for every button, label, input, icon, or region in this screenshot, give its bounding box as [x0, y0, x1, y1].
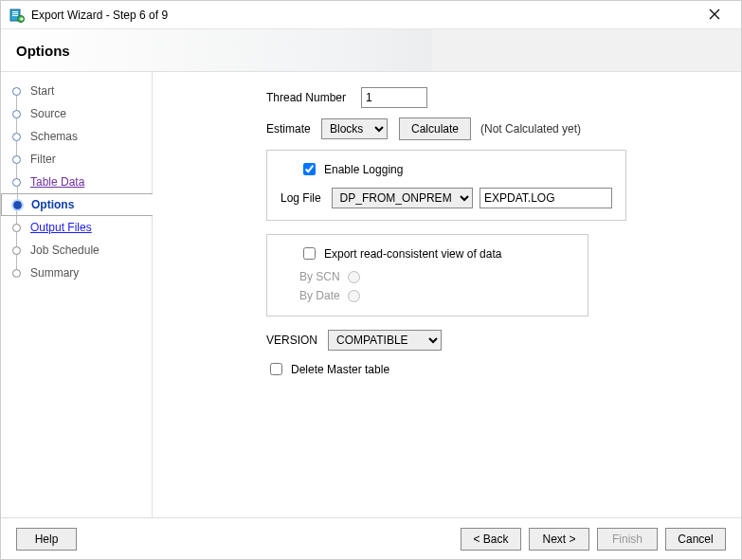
- calculate-button[interactable]: Calculate: [399, 117, 471, 140]
- page-title: Options: [16, 43, 70, 59]
- logging-group: Enable Logging Log File DP_FROM_ONPREM: [266, 150, 626, 221]
- flashback-group: Export read-consistent view of data By S…: [266, 234, 588, 316]
- step-node-icon: [12, 246, 21, 255]
- svg-rect-1: [12, 11, 18, 12]
- step-source: Source: [1, 102, 152, 125]
- step-job-schedule: Job Schedule: [1, 239, 152, 262]
- close-icon: [709, 9, 720, 20]
- version-select[interactable]: COMPATIBLE: [328, 330, 442, 351]
- step-label: Summary: [30, 266, 79, 280]
- step-label: Schemas: [30, 130, 78, 143]
- step-label: Source: [30, 107, 66, 120]
- step-output-files[interactable]: Output Files: [1, 216, 152, 239]
- step-node-icon: [12, 178, 21, 187]
- wizard-footer: Help < Back Next > Finish Cancel: [1, 517, 741, 559]
- estimate-label: Estimate: [266, 122, 321, 135]
- export-icon: [9, 7, 26, 24]
- titlebar: Export Wizard - Step 6 of 9: [1, 1, 741, 29]
- next-button[interactable]: Next >: [529, 528, 589, 551]
- step-node-icon: [12, 269, 21, 278]
- step-node-icon: [13, 201, 22, 209]
- export-wizard-window: Export Wizard - Step 6 of 9 Options Star…: [0, 0, 742, 560]
- by-date-radio: [348, 290, 360, 302]
- calculate-hint: (Not Calculated yet): [480, 122, 581, 135]
- step-node-icon: [12, 133, 21, 141]
- step-summary: Summary: [1, 262, 152, 284]
- finish-button: Finish: [597, 528, 658, 551]
- svg-rect-2: [12, 13, 18, 14]
- step-schemas: Schemas: [1, 125, 152, 148]
- step-node-icon: [12, 155, 21, 164]
- delete-master-label: Delete Master table: [291, 363, 389, 376]
- window-title: Export Wizard - Step 6 of 9: [31, 9, 696, 22]
- version-label: VERSION: [266, 334, 328, 347]
- step-node-icon: [12, 110, 21, 118]
- by-date-row: By Date: [299, 289, 574, 302]
- cancel-button[interactable]: Cancel: [665, 528, 726, 551]
- help-button[interactable]: Help: [16, 528, 77, 551]
- svg-rect-3: [12, 15, 18, 16]
- by-scn-label: By SCN: [299, 270, 340, 283]
- wizard-steps-sidebar: Start Source Schemas Filter Table Data: [1, 72, 153, 517]
- step-label: Filter: [30, 153, 56, 166]
- step-label: Options: [31, 198, 74, 211]
- log-file-name-input[interactable]: [480, 188, 612, 208]
- delete-master-checkbox[interactable]: [270, 363, 282, 375]
- back-button[interactable]: < Back: [461, 528, 521, 551]
- page-header: Options: [1, 29, 741, 71]
- export-consistent-label: Export read-consistent view of data: [324, 247, 501, 261]
- export-consistent-checkbox[interactable]: [303, 247, 316, 260]
- options-panel: Thread Number Estimate Blocks Calculate …: [153, 72, 741, 517]
- thread-number-input[interactable]: [361, 87, 427, 108]
- step-label: Output Files: [30, 221, 92, 234]
- by-date-label: By Date: [299, 289, 340, 302]
- body: Start Source Schemas Filter Table Data: [1, 71, 741, 517]
- step-options: Options: [1, 193, 153, 216]
- step-label: Start: [30, 84, 54, 98]
- step-node-icon: [12, 87, 21, 96]
- step-label: Table Data: [30, 175, 84, 189]
- enable-logging-checkbox[interactable]: [303, 163, 316, 175]
- enable-logging-label: Enable Logging: [324, 163, 403, 176]
- log-file-label: Log File: [281, 191, 332, 205]
- by-scn-radio: [348, 271, 360, 283]
- estimate-select[interactable]: Blocks: [321, 118, 388, 139]
- step-filter: Filter: [1, 148, 152, 171]
- step-table-data[interactable]: Table Data: [1, 171, 152, 193]
- thread-number-label: Thread Number: [266, 91, 361, 104]
- step-label: Job Schedule: [30, 244, 100, 257]
- close-button[interactable]: [696, 8, 733, 23]
- log-file-directory-select[interactable]: DP_FROM_ONPREM: [332, 188, 473, 208]
- step-node-icon: [12, 224, 21, 232]
- step-start: Start: [1, 80, 152, 102]
- by-scn-row: By SCN: [299, 270, 574, 283]
